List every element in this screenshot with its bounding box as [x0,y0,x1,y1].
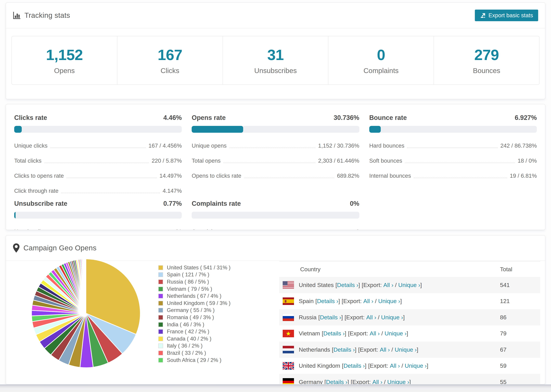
legend-item-netherlands: Netherlands ( 67 / 4% ) [158,293,231,300]
legend-swatch [158,329,163,334]
legend-item-united-kingdom: United Kingdom ( 59 / 3% ) [158,300,231,307]
pie-legend: United States ( 541 / 31% ) Spain ( 121 … [158,264,231,364]
rates-grid: Clicks rate 4.46% Unique clicks167 / 4.4… [6,104,545,230]
export-unique-link[interactable]: Unique › [398,282,420,288]
geo-section-title: Campaign Geo Opens [23,244,97,252]
geo-opens-pie-chart[interactable] [29,257,142,370]
details-link[interactable]: Details › [337,282,359,288]
detail-row: Total clicks220 / 5.87% [14,153,182,168]
legend-swatch [158,336,163,341]
stat-complaints-value: 0 [377,46,385,64]
export-basic-stats-button[interactable]: Export basic stats [475,10,538,21]
export-unique-link[interactable]: Unique › [387,379,409,385]
united-kingdom-flag-icon [283,362,294,370]
legend-swatch [158,301,163,306]
page-bottom-divider [0,385,551,392]
stat-unsubscribes-label: Unsubscribes [254,67,297,75]
export-unique-link[interactable]: Unique › [381,314,403,321]
country-column-header: Country [279,266,500,273]
table-row-spain: Spain [Details ›] [Export: All › / Uniqu… [279,293,540,309]
export-all-link[interactable]: All › [380,346,390,353]
unsubscribe-rate-progressbar [14,212,182,219]
legend-item-italy: Italy ( 36 / 2% ) [158,343,231,350]
table-row-united-states: United States [Details ›] [Export: All ›… [279,277,540,293]
stat-unsubscribes-value: 31 [267,46,284,64]
dotted-leader [407,147,498,148]
table-row-germany: Germany [Details ›] [Export: All › / Uni… [279,374,540,385]
map-pin-icon [13,243,20,253]
dotted-leader [50,147,146,148]
stat-clicks-label: Clicks [161,67,179,75]
stat-complaints: 0 Complaints [328,36,434,84]
details-link[interactable]: Details › [326,379,347,385]
details-link[interactable]: Details › [320,314,341,321]
pie-slice[interactable] [86,259,86,313]
legend-swatch [158,308,163,313]
clicks-rate-panel: Clicks rate 4.46% Unique clicks167 / 4.4… [14,113,182,198]
export-all-link[interactable]: All › [372,379,382,385]
legend-item-spain: Spain ( 121 / 7% ) [158,271,231,279]
clicks-rate-value: 4.46% [163,114,182,121]
export-unique-link[interactable]: Unique › [395,346,417,353]
legend-item-france: France ( 42 / 2% ) [158,328,231,335]
geo-table-header: Country Total [279,261,540,277]
detail-row: Unsubscribes31 [14,224,182,230]
unsubscribe-rate-progress-fill [14,212,15,219]
details-link[interactable]: Details › [333,346,355,353]
stat-unsubscribes: 31 Unsubscribes [223,36,328,84]
bounce-rate-panel: Bounce rate 6.927% Hard bounces242 / 86.… [369,113,537,198]
export-all-link[interactable]: All › [370,330,380,337]
total-value: 55 [500,379,540,385]
germany-flag-icon [283,378,294,385]
legend-swatch [158,265,163,270]
rates-card: Clicks rate 4.46% Unique clicks167 / 4.4… [6,104,545,230]
stat-complaints-label: Complaints [363,67,399,75]
clicks-rate-title: Clicks rate [14,114,47,121]
legend-swatch [158,322,163,327]
total-value: 121 [500,298,540,304]
export-all-link[interactable]: All › [383,282,393,288]
export-all-link[interactable]: All › [363,298,373,304]
opens-rate-progressbar [192,126,359,133]
detail-row: Internal bounces19 / 6.81% [369,168,537,183]
dotted-leader [44,163,149,163]
legend-item-south-africa: South Africa ( 29 / 2% ) [158,357,231,364]
spain-flag-icon [283,297,294,305]
legend-item-brazil: Brazil ( 33 / 2% ) [158,350,231,357]
total-value: 67 [500,346,540,353]
export-all-link[interactable]: All › [366,314,376,321]
legend-item-united-states: United States ( 541 / 31% ) [158,264,231,271]
stat-opens: 1,152 Opens [12,36,117,84]
clicks-rate-progressbar [14,126,182,133]
unsubscribe-rate-value: 0.77% [163,200,182,207]
table-row-netherlands: Netherlands [Details ›] [Export: All › /… [279,342,540,358]
complaints-rate-progressbar [192,212,359,219]
details-link[interactable]: Details › [343,362,365,369]
detail-row: Clicks to opens rate14.497% [14,168,182,183]
total-value: 86 [500,314,540,321]
details-link[interactable]: Details › [317,298,338,304]
detail-row: Opens to clicks rate689.82% [192,168,359,183]
legend-swatch [158,280,163,284]
export-unique-link[interactable]: Unique › [384,330,407,337]
legend-item-russia: Russia ( 86 / 5% ) [158,278,231,286]
opens-rate-title: Opens rate [192,114,226,121]
dotted-leader [67,178,157,178]
opens-rate-panel: Opens rate 30.736% Unique opens1,152 / 3… [192,113,359,198]
stat-bounces-label: Bounces [473,67,500,75]
export-unique-link[interactable]: Unique › [378,298,400,304]
export-all-link[interactable]: All › [390,362,400,369]
bounce-rate-title: Bounce rate [369,114,407,121]
legend-item-germany: Germany ( 55 / 3% ) [158,307,231,314]
dotted-leader [223,163,315,163]
complaints-rate-value: 0% [350,200,359,207]
russia-flag-icon [283,314,294,321]
total-value: 59 [500,362,540,369]
export-button-label: Export basic stats [488,12,533,19]
tracking-stats-card: Tracking stats Export basic stats 1,152 … [6,2,545,99]
details-link[interactable]: Details › [323,330,345,336]
export-unique-link[interactable]: Unique › [405,362,427,369]
total-value: 541 [500,282,540,288]
detail-row: Hard bounces242 / 86.738% [369,138,537,153]
unsubscribe-rate-title: Unsubscribe rate [14,200,67,207]
